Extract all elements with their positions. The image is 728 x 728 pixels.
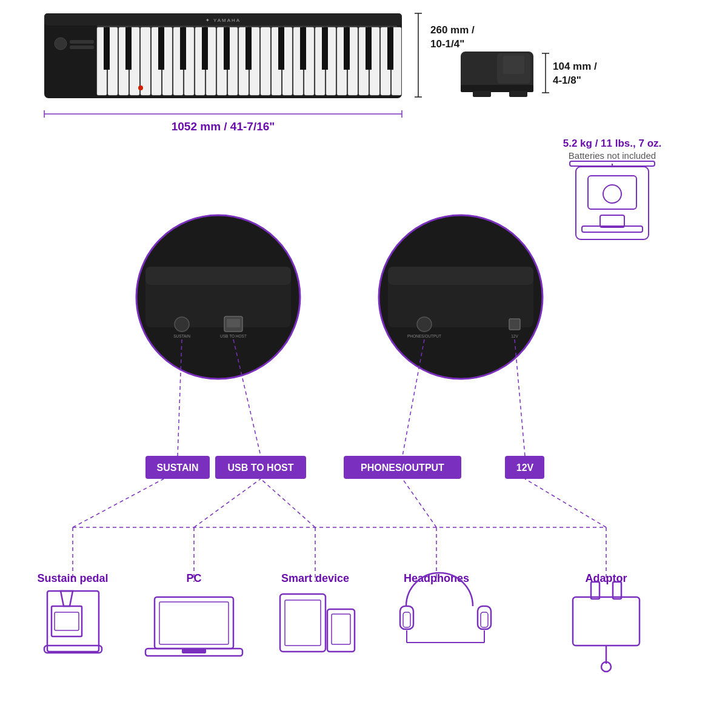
svg-line-101 <box>233 339 261 456</box>
svg-text:10-1/4": 10-1/4" <box>430 38 464 50</box>
svg-rect-31 <box>359 27 369 95</box>
svg-text:12V: 12V <box>511 334 518 338</box>
svg-rect-136 <box>481 612 488 627</box>
svg-rect-38 <box>180 27 186 70</box>
svg-rect-33 <box>381 27 390 95</box>
svg-line-107 <box>194 479 261 527</box>
svg-rect-40 <box>224 27 230 70</box>
svg-rect-61 <box>497 53 530 84</box>
svg-rect-21 <box>250 27 259 95</box>
svg-text:4-1/8": 4-1/8" <box>553 75 581 86</box>
svg-rect-25 <box>293 27 303 95</box>
svg-rect-18 <box>217 27 227 95</box>
svg-rect-39 <box>202 27 208 70</box>
svg-rect-12 <box>152 27 161 95</box>
svg-rect-124 <box>44 646 102 653</box>
svg-rect-130 <box>285 600 321 646</box>
svg-rect-15 <box>184 27 194 95</box>
svg-rect-36 <box>125 27 132 70</box>
svg-rect-82 <box>224 316 242 332</box>
width-label: 1052 mm / 41-7/16" <box>172 120 275 133</box>
svg-point-88 <box>417 317 432 332</box>
svg-rect-10 <box>130 27 139 95</box>
svg-rect-13 <box>162 27 172 95</box>
svg-rect-11 <box>141 27 150 95</box>
svg-line-109 <box>261 479 315 527</box>
svg-rect-129 <box>280 594 326 652</box>
svg-rect-42 <box>278 27 284 70</box>
svg-rect-17 <box>206 27 216 95</box>
svg-rect-141 <box>591 582 599 599</box>
svg-text:PC: PC <box>186 572 201 584</box>
svg-text:260 mm /: 260 mm / <box>430 24 475 36</box>
diagram-svg: ✦ YAMAHA <box>0 0 728 728</box>
svg-rect-8 <box>108 27 118 95</box>
svg-rect-74 <box>570 161 655 166</box>
svg-rect-19 <box>228 27 238 95</box>
svg-rect-123 <box>55 612 79 630</box>
svg-text:104 mm /: 104 mm / <box>553 61 597 72</box>
svg-rect-46 <box>366 27 372 70</box>
svg-text:PHONES/OUTPUT: PHONES/OUTPUT <box>361 463 444 473</box>
svg-rect-45 <box>344 27 350 70</box>
svg-rect-94 <box>215 456 306 479</box>
svg-rect-133 <box>400 606 413 629</box>
svg-rect-62 <box>503 56 524 74</box>
svg-rect-76 <box>582 226 643 232</box>
svg-rect-41 <box>245 27 252 70</box>
svg-rect-47 <box>387 27 393 70</box>
svg-rect-79 <box>145 267 291 285</box>
svg-text:Batteries not included: Batteries not included <box>569 150 656 161</box>
svg-point-85 <box>379 215 543 379</box>
svg-point-77 <box>136 215 300 379</box>
svg-text:Adaptor: Adaptor <box>586 572 627 584</box>
svg-rect-1 <box>44 13 402 25</box>
svg-rect-140 <box>573 597 640 646</box>
svg-point-80 <box>175 317 189 332</box>
svg-rect-135 <box>403 612 410 627</box>
svg-rect-59 <box>473 91 491 97</box>
svg-text:Sustain pedal: Sustain pedal <box>37 572 108 584</box>
svg-rect-23 <box>272 27 281 95</box>
svg-rect-7 <box>97 27 107 95</box>
svg-rect-126 <box>159 602 229 644</box>
svg-rect-125 <box>155 597 233 649</box>
svg-text:USB TO HOST: USB TO HOST <box>220 334 247 338</box>
svg-rect-29 <box>337 27 347 95</box>
svg-rect-44 <box>322 27 328 70</box>
svg-rect-43 <box>300 27 306 70</box>
svg-text:SUSTAIN: SUSTAIN <box>173 334 190 338</box>
svg-text:5.2 kg / 11 lbs., 7 oz.: 5.2 kg / 11 lbs., 7 oz. <box>563 138 662 149</box>
svg-text:✦ YAMAHA: ✦ YAMAHA <box>205 18 241 23</box>
svg-rect-75 <box>600 215 624 227</box>
svg-line-113 <box>525 479 606 527</box>
svg-rect-122 <box>52 606 82 636</box>
svg-rect-132 <box>332 614 350 644</box>
svg-text:USB TO HOST: USB TO HOST <box>227 463 293 473</box>
svg-line-102 <box>402 339 424 456</box>
svg-rect-78 <box>145 267 291 327</box>
svg-rect-5 <box>70 45 94 49</box>
svg-rect-32 <box>370 27 379 95</box>
svg-rect-83 <box>227 319 240 327</box>
svg-rect-71 <box>588 176 636 209</box>
svg-rect-90 <box>509 319 520 330</box>
svg-point-48 <box>138 85 143 90</box>
page-wrapper: ✦ YAMAHA <box>0 0 728 728</box>
svg-rect-60 <box>509 91 527 97</box>
svg-marker-121 <box>61 591 73 606</box>
svg-text:SUSTAIN: SUSTAIN <box>156 463 198 473</box>
svg-rect-24 <box>282 27 292 95</box>
svg-text:12V: 12V <box>516 463 534 473</box>
svg-rect-86 <box>388 267 533 327</box>
svg-rect-96 <box>344 456 461 479</box>
svg-rect-58 <box>461 85 533 92</box>
svg-rect-34 <box>392 27 401 95</box>
svg-line-105 <box>73 479 164 527</box>
svg-rect-87 <box>388 267 533 285</box>
svg-rect-70 <box>576 167 649 239</box>
svg-rect-28 <box>326 27 336 95</box>
svg-rect-128 <box>182 649 206 653</box>
svg-rect-6 <box>97 25 397 27</box>
svg-rect-14 <box>173 27 183 95</box>
